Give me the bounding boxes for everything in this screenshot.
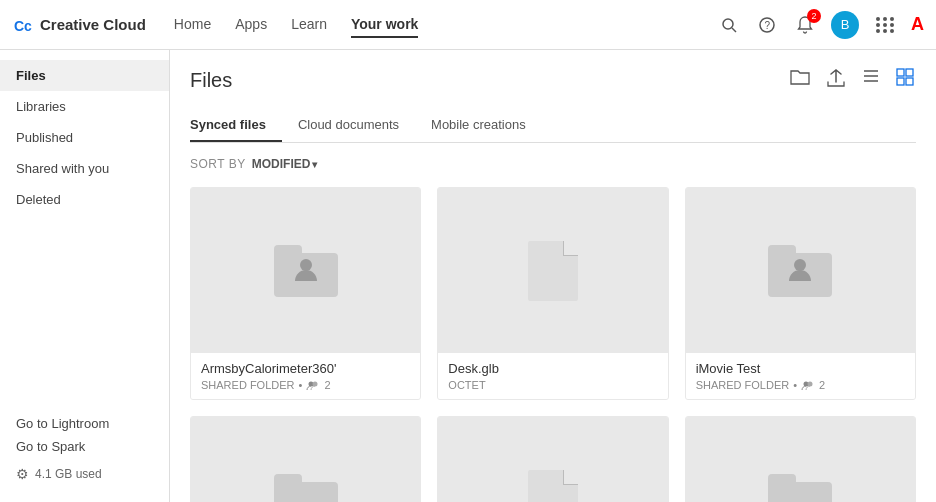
svg-point-2 bbox=[723, 19, 733, 29]
svg-rect-11 bbox=[897, 78, 904, 85]
sort-label: SORT BY bbox=[190, 157, 246, 171]
nav-icons: ? 2 B A bbox=[717, 11, 924, 39]
file-card-2[interactable]: iMovie Test SHARED FOLDER • 2 bbox=[685, 187, 916, 400]
help-button[interactable]: ? bbox=[755, 13, 779, 37]
file-info-1: Desk.glb OCTET bbox=[438, 353, 667, 399]
file-thumb-2 bbox=[686, 188, 915, 353]
nav-links: Home Apps Learn Your work bbox=[174, 12, 419, 38]
sidebar-item-published[interactable]: Published bbox=[0, 122, 169, 153]
grid-view-icon bbox=[896, 68, 914, 86]
main-content: Files bbox=[170, 50, 936, 502]
file-thumb-0 bbox=[191, 188, 420, 353]
upload-button[interactable] bbox=[824, 66, 848, 95]
help-icon: ? bbox=[759, 17, 775, 33]
svg-text:?: ? bbox=[765, 20, 771, 31]
sidebar-item-deleted[interactable]: Deleted bbox=[0, 184, 169, 215]
brand-name: Creative Cloud bbox=[40, 16, 146, 33]
file-card-1[interactable]: Desk.glb OCTET bbox=[437, 187, 668, 400]
top-nav: Cc Creative Cloud Home Apps Learn Your w… bbox=[0, 0, 936, 50]
creative-cloud-icon: Cc bbox=[12, 14, 34, 36]
gear-icon[interactable]: ⚙ bbox=[16, 466, 29, 482]
svg-point-13 bbox=[300, 259, 312, 271]
doc-icon-4 bbox=[528, 470, 578, 503]
tab-cloud-documents[interactable]: Cloud documents bbox=[298, 109, 415, 142]
person-icon bbox=[291, 255, 321, 285]
svg-text:Cc: Cc bbox=[14, 18, 32, 34]
file-meta-2: SHARED FOLDER • 2 bbox=[696, 379, 905, 391]
file-name-2: iMovie Test bbox=[696, 361, 905, 376]
file-thumb-1 bbox=[438, 188, 667, 353]
layout: Files Libraries Published Shared with yo… bbox=[0, 50, 936, 502]
file-card-5[interactable] bbox=[685, 416, 916, 502]
notification-badge: 2 bbox=[807, 9, 821, 23]
svg-rect-9 bbox=[897, 69, 904, 76]
sidebar: Files Libraries Published Shared with yo… bbox=[0, 50, 170, 502]
person-icon-2 bbox=[785, 255, 815, 285]
file-meta-0: SHARED FOLDER • 2 bbox=[201, 379, 410, 391]
new-folder-icon bbox=[790, 68, 810, 86]
main-header: Files bbox=[190, 66, 916, 95]
file-meta-1: OCTET bbox=[448, 379, 657, 391]
avatar[interactable]: B bbox=[831, 11, 859, 39]
header-actions bbox=[788, 66, 916, 95]
apps-grid-button[interactable] bbox=[873, 13, 897, 37]
file-card-3[interactable] bbox=[190, 416, 421, 502]
file-thumb-4 bbox=[438, 417, 667, 502]
shared-people-icon-2 bbox=[801, 380, 815, 390]
file-grid: ArmsbyCalorimeter360' SHARED FOLDER • 2 bbox=[190, 187, 916, 502]
sort-bar: SORT BY MODIFIED ▾ bbox=[190, 157, 916, 171]
doc-icon-1 bbox=[528, 241, 578, 301]
tabs: Synced files Cloud documents Mobile crea… bbox=[190, 109, 916, 143]
grid-view-button[interactable] bbox=[894, 66, 916, 95]
sidebar-bottom: Go to Lightroom Go to Spark ⚙ 4.1 GB use… bbox=[0, 406, 169, 492]
file-info-2: iMovie Test SHARED FOLDER • 2 bbox=[686, 353, 915, 399]
svg-line-3 bbox=[732, 28, 736, 32]
sidebar-item-files[interactable]: Files bbox=[0, 60, 169, 91]
sort-dropdown[interactable]: MODIFIED ▾ bbox=[252, 157, 318, 171]
sidebar-item-shared[interactable]: Shared with you bbox=[0, 153, 169, 184]
nav-home[interactable]: Home bbox=[174, 12, 211, 38]
svg-point-16 bbox=[794, 259, 806, 271]
nav-apps[interactable]: Apps bbox=[235, 12, 267, 38]
go-to-lightroom-link[interactable]: Go to Lightroom bbox=[16, 416, 153, 431]
brand-logo[interactable]: Cc Creative Cloud bbox=[12, 14, 146, 36]
shared-people-icon-0 bbox=[306, 380, 320, 390]
notifications-button[interactable]: 2 bbox=[793, 13, 817, 37]
svg-rect-10 bbox=[906, 69, 913, 76]
tab-mobile-creations[interactable]: Mobile creations bbox=[431, 109, 542, 142]
svg-rect-12 bbox=[906, 78, 913, 85]
file-info-0: ArmsbyCalorimeter360' SHARED FOLDER • 2 bbox=[191, 353, 420, 399]
search-button[interactable] bbox=[717, 13, 741, 37]
storage-label: 4.1 GB used bbox=[35, 467, 102, 481]
page-title: Files bbox=[190, 69, 232, 92]
nav-your-work[interactable]: Your work bbox=[351, 12, 418, 38]
file-thumb-5 bbox=[686, 417, 915, 502]
file-name-0: ArmsbyCalorimeter360' bbox=[201, 361, 410, 376]
sidebar-item-libraries[interactable]: Libraries bbox=[0, 91, 169, 122]
adobe-logo[interactable]: A bbox=[911, 14, 924, 35]
list-view-button[interactable] bbox=[860, 66, 882, 95]
search-icon bbox=[721, 17, 737, 33]
file-card-4[interactable] bbox=[437, 416, 668, 502]
file-thumb-3 bbox=[191, 417, 420, 502]
file-name-1: Desk.glb bbox=[448, 361, 657, 376]
sort-caret-icon: ▾ bbox=[312, 159, 317, 170]
go-to-spark-link[interactable]: Go to Spark bbox=[16, 439, 153, 454]
tab-synced-files[interactable]: Synced files bbox=[190, 109, 282, 142]
new-folder-button[interactable] bbox=[788, 66, 812, 95]
upload-icon bbox=[826, 68, 846, 88]
nav-learn[interactable]: Learn bbox=[291, 12, 327, 38]
storage-indicator: ⚙ 4.1 GB used bbox=[16, 466, 153, 482]
list-view-icon bbox=[862, 68, 880, 84]
grid-dots-icon bbox=[876, 17, 895, 33]
file-card-0[interactable]: ArmsbyCalorimeter360' SHARED FOLDER • 2 bbox=[190, 187, 421, 400]
